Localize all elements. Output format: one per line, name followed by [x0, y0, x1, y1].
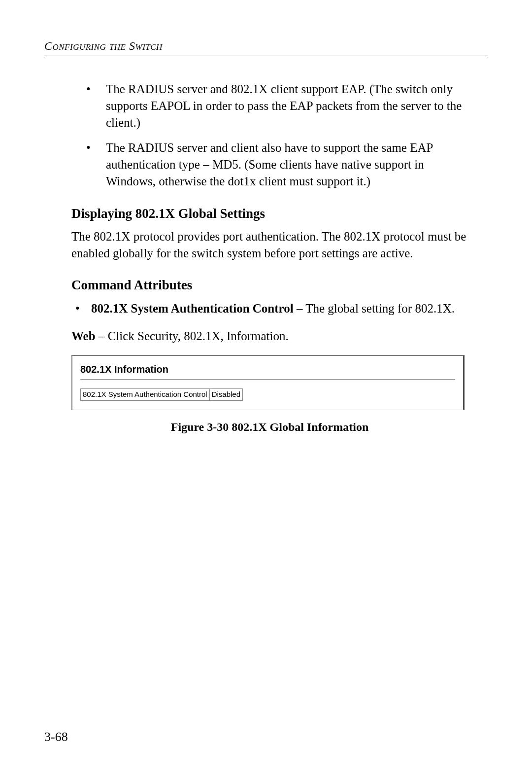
- section-heading: Displaying 802.1X Global Settings: [71, 205, 468, 222]
- bullet-item: The RADIUS server and client also have t…: [86, 140, 468, 189]
- document-page: Configuring the Switch The RADIUS server…: [0, 0, 532, 774]
- figure-panel-title: 802.1X Information: [80, 363, 455, 376]
- bullet-item: The RADIUS server and 802.1X client supp…: [86, 81, 468, 131]
- running-head: Configuring the Switch: [44, 39, 488, 53]
- attribute-desc: – The global setting for 802.1X.: [294, 302, 455, 315]
- section-paragraph: The 802.1X protocol provides port authen…: [71, 228, 468, 262]
- web-rest: – Click Security, 802.1X, Information.: [96, 329, 289, 343]
- attribute-item: 802.1X System Authentication Control – T…: [71, 300, 468, 317]
- page-number: 3-68: [44, 730, 68, 744]
- intro-bullets: The RADIUS server and 802.1X client supp…: [71, 81, 468, 190]
- page-content: The RADIUS server and 802.1X client supp…: [44, 81, 488, 435]
- attribute-name: 802.1X System Authentication Control: [91, 302, 294, 315]
- table-cell-label: 802.1X System Authentication Control: [81, 389, 210, 400]
- attribute-list: 802.1X System Authentication Control – T…: [71, 300, 468, 317]
- figure-panel: 802.1X Information 802.1X System Authent…: [71, 355, 465, 410]
- web-label: Web: [71, 329, 96, 343]
- table-row: 802.1X System Authentication Control Dis…: [81, 389, 243, 400]
- web-instruction: Web – Click Security, 802.1X, Informatio…: [71, 328, 468, 345]
- section-heading: Command Attributes: [71, 276, 468, 294]
- figure-panel-rule: [80, 379, 455, 380]
- header-rule: [44, 56, 488, 56]
- table-cell-value: Disabled: [209, 389, 242, 400]
- info-table: 802.1X System Authentication Control Dis…: [80, 388, 243, 400]
- figure-caption: Figure 3-30 802.1X Global Information: [71, 419, 468, 435]
